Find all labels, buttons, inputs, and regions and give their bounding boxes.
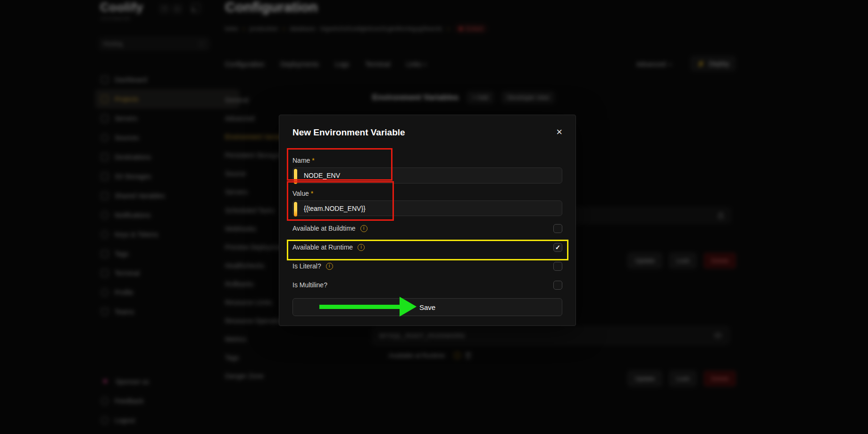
multiline-label: Is Multiline? [292, 281, 327, 289]
screenshot-stage: Coolify v4.0.0-beta.420 ? ± ≡ Hosting / … [0, 0, 868, 434]
literal-checkbox[interactable] [553, 262, 562, 271]
buildtime-row: Available at Buildtime i [292, 219, 562, 238]
multiline-row: Is Multiline? [292, 275, 562, 294]
info-icon: i [360, 225, 367, 232]
annotation-red-box-value [287, 181, 394, 221]
close-icon[interactable]: × [556, 127, 562, 137]
annotation-green-arrow-head [400, 297, 417, 317]
modal-title: New Environment Variable [292, 127, 405, 138]
annotation-yellow-box-runtime [287, 240, 568, 260]
annotation-red-box-name [287, 148, 392, 181]
annotation-green-arrow-shaft [319, 305, 401, 309]
multiline-checkbox[interactable] [553, 281, 562, 290]
info-icon: i [326, 263, 333, 270]
buildtime-checkbox[interactable] [553, 224, 562, 233]
literal-label: Is Literal? [292, 262, 321, 270]
buildtime-label: Available at Buildtime [292, 225, 356, 232]
